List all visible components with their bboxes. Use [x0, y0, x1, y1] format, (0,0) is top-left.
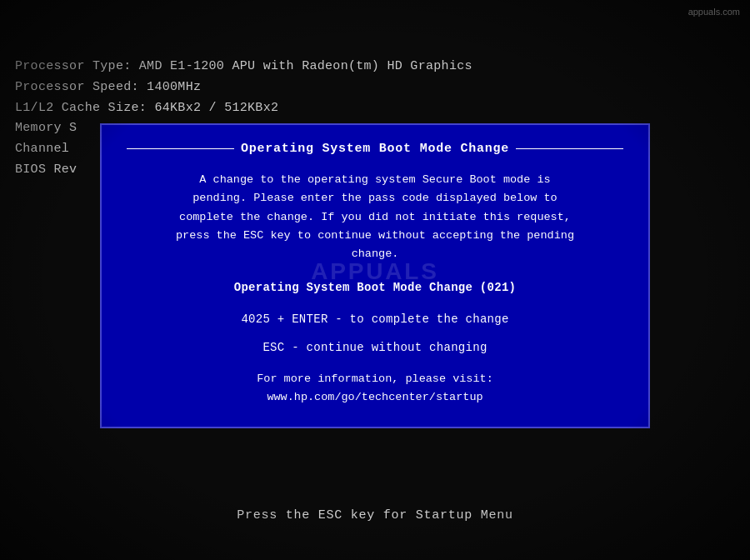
cache-size-line: L1/L2 Cache Size: 64KBx2 / 512KBx2	[15, 98, 472, 119]
info-visit: For more information, please visit: www.…	[127, 370, 623, 408]
bios-screen: Processor Type: AMD E1-1200 APU with Rad…	[0, 0, 750, 560]
dialog-body: A change to the operating system Secure …	[127, 171, 623, 407]
site-watermark: appuals.com	[688, 7, 740, 17]
bottom-status-bar: Press the ESC key for Startup Menu	[0, 508, 750, 522]
boot-mode-dialog: Operating System Boot Mode Change A chan…	[100, 123, 650, 428]
dialog-title: Operating System Boot Mode Change	[127, 142, 623, 156]
processor-type-line: Processor Type: AMD E1-1200 APU with Rad…	[15, 57, 472, 78]
dialog-description: A change to the operating system Secure …	[127, 171, 623, 263]
esc-startup-text: Press the ESC key for Startup Menu	[237, 508, 513, 522]
mode-change-code: Operating System Boot Mode Change (021)	[127, 278, 623, 298]
enter-instruction: 4025 + ENTER - to complete the change	[127, 310, 623, 330]
esc-instruction: ESC - continue without changing	[127, 338, 623, 358]
info-url: www.hp.com/go/techcenter/startup	[267, 391, 482, 403]
processor-speed-line: Processor Speed: 1400MHz	[15, 78, 472, 98]
